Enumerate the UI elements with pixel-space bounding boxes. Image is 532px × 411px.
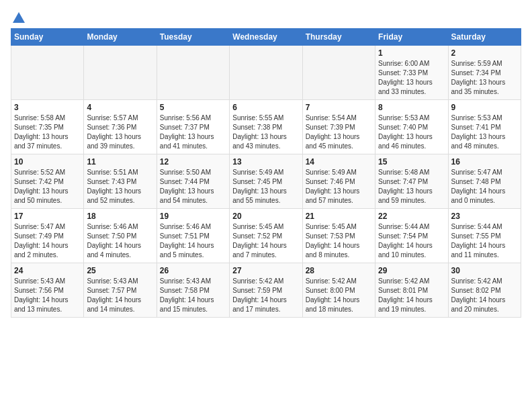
day-cell <box>302 46 375 100</box>
day-info: Sunrise: 5:43 AM Sunset: 7:57 PM Dayligh… <box>87 277 153 314</box>
day-cell: 6Sunrise: 5:55 AM Sunset: 7:38 PM Daylig… <box>230 100 302 154</box>
calendar-header-row: SundayMondayTuesdayWednesdayThursdayFrid… <box>11 29 521 46</box>
day-cell: 29Sunrise: 5:42 AM Sunset: 8:01 PM Dayli… <box>375 263 448 318</box>
day-cell: 12Sunrise: 5:50 AM Sunset: 7:44 PM Dayli… <box>157 154 229 209</box>
day-number: 17 <box>14 212 81 221</box>
day-info: Sunrise: 5:52 AM Sunset: 7:42 PM Dayligh… <box>14 168 81 205</box>
day-info: Sunrise: 5:59 AM Sunset: 7:34 PM Dayligh… <box>451 59 518 97</box>
day-number: 15 <box>378 157 445 167</box>
header-sunday: Sunday <box>11 29 84 46</box>
day-info: Sunrise: 5:46 AM Sunset: 7:51 PM Dayligh… <box>160 222 226 260</box>
day-number: 10 <box>14 157 81 167</box>
day-info: Sunrise: 5:51 AM Sunset: 7:43 PM Dayligh… <box>87 168 153 205</box>
day-info: Sunrise: 5:43 AM Sunset: 7:56 PM Dayligh… <box>14 277 81 314</box>
day-number: 7 <box>306 103 372 112</box>
day-info: Sunrise: 5:54 AM Sunset: 7:39 PM Dayligh… <box>306 113 372 151</box>
day-cell: 3Sunrise: 5:58 AM Sunset: 7:35 PM Daylig… <box>11 100 84 154</box>
day-number: 8 <box>378 103 445 112</box>
day-number: 28 <box>306 266 372 275</box>
day-info: Sunrise: 5:58 AM Sunset: 7:35 PM Dayligh… <box>14 113 81 151</box>
week-row-3: 10Sunrise: 5:52 AM Sunset: 7:42 PM Dayli… <box>11 154 521 209</box>
day-info: Sunrise: 5:53 AM Sunset: 7:40 PM Dayligh… <box>378 113 445 151</box>
logo-icon <box>11 11 26 26</box>
day-cell: 24Sunrise: 5:43 AM Sunset: 7:56 PM Dayli… <box>11 263 84 318</box>
day-info: Sunrise: 5:44 AM Sunset: 7:54 PM Dayligh… <box>378 222 445 260</box>
day-cell: 26Sunrise: 5:43 AM Sunset: 7:58 PM Dayli… <box>157 263 229 318</box>
day-info: Sunrise: 5:57 AM Sunset: 7:36 PM Dayligh… <box>87 113 153 151</box>
day-cell: 25Sunrise: 5:43 AM Sunset: 7:57 PM Dayli… <box>84 263 157 318</box>
day-info: Sunrise: 5:55 AM Sunset: 7:38 PM Dayligh… <box>232 113 299 151</box>
day-number: 1 <box>378 48 445 58</box>
day-number: 27 <box>232 266 299 275</box>
day-cell: 21Sunrise: 5:45 AM Sunset: 7:53 PM Dayli… <box>302 209 375 263</box>
day-info: Sunrise: 5:49 AM Sunset: 7:46 PM Dayligh… <box>306 168 372 205</box>
day-number: 26 <box>160 266 226 275</box>
day-number: 18 <box>87 212 153 221</box>
header <box>11 11 521 23</box>
day-number: 19 <box>160 212 226 221</box>
day-info: Sunrise: 5:48 AM Sunset: 7:47 PM Dayligh… <box>378 168 445 205</box>
day-number: 14 <box>306 157 372 167</box>
header-monday: Monday <box>84 29 157 46</box>
logo <box>11 11 27 23</box>
header-wednesday: Wednesday <box>230 29 302 46</box>
week-row-5: 24Sunrise: 5:43 AM Sunset: 7:56 PM Dayli… <box>11 263 521 318</box>
day-cell: 13Sunrise: 5:49 AM Sunset: 7:45 PM Dayli… <box>230 154 302 209</box>
day-info: Sunrise: 5:47 AM Sunset: 7:49 PM Dayligh… <box>14 222 81 260</box>
day-number: 25 <box>87 266 153 275</box>
day-cell: 23Sunrise: 5:44 AM Sunset: 7:55 PM Dayli… <box>448 209 521 263</box>
day-info: Sunrise: 5:50 AM Sunset: 7:44 PM Dayligh… <box>160 168 226 205</box>
day-cell: 9Sunrise: 5:53 AM Sunset: 7:41 PM Daylig… <box>448 100 521 154</box>
svg-marker-0 <box>13 12 25 23</box>
day-cell: 18Sunrise: 5:46 AM Sunset: 7:50 PM Dayli… <box>84 209 157 263</box>
day-info: Sunrise: 5:56 AM Sunset: 7:37 PM Dayligh… <box>160 113 226 151</box>
day-cell: 19Sunrise: 5:46 AM Sunset: 7:51 PM Dayli… <box>157 209 229 263</box>
day-number: 29 <box>378 266 445 275</box>
day-cell: 1Sunrise: 6:00 AM Sunset: 7:33 PM Daylig… <box>375 46 448 100</box>
day-number: 11 <box>87 157 153 167</box>
day-number: 6 <box>232 103 299 112</box>
day-cell: 4Sunrise: 5:57 AM Sunset: 7:36 PM Daylig… <box>84 100 157 154</box>
day-info: Sunrise: 5:49 AM Sunset: 7:45 PM Dayligh… <box>232 168 299 205</box>
header-saturday: Saturday <box>448 29 521 46</box>
day-number: 21 <box>306 212 372 221</box>
day-number: 23 <box>451 212 518 221</box>
day-cell <box>230 46 302 100</box>
day-info: Sunrise: 5:42 AM Sunset: 8:01 PM Dayligh… <box>378 277 445 314</box>
day-info: Sunrise: 5:45 AM Sunset: 7:52 PM Dayligh… <box>232 222 299 260</box>
day-cell: 28Sunrise: 5:42 AM Sunset: 8:00 PM Dayli… <box>302 263 375 318</box>
day-cell <box>11 46 84 100</box>
day-cell: 14Sunrise: 5:49 AM Sunset: 7:46 PM Dayli… <box>302 154 375 209</box>
day-cell: 27Sunrise: 5:42 AM Sunset: 7:59 PM Dayli… <box>230 263 302 318</box>
day-number: 12 <box>160 157 226 167</box>
day-info: Sunrise: 5:42 AM Sunset: 8:00 PM Dayligh… <box>306 277 372 314</box>
day-info: Sunrise: 5:44 AM Sunset: 7:55 PM Dayligh… <box>451 222 518 260</box>
day-number: 13 <box>232 157 299 167</box>
header-tuesday: Tuesday <box>157 29 229 46</box>
day-cell: 20Sunrise: 5:45 AM Sunset: 7:52 PM Dayli… <box>230 209 302 263</box>
day-cell: 22Sunrise: 5:44 AM Sunset: 7:54 PM Dayli… <box>375 209 448 263</box>
day-number: 9 <box>451 103 518 112</box>
day-number: 3 <box>14 103 81 112</box>
day-number: 20 <box>232 212 299 221</box>
day-cell <box>157 46 229 100</box>
day-cell <box>84 46 157 100</box>
calendar: SundayMondayTuesdayWednesdayThursdayFrid… <box>11 28 521 318</box>
header-thursday: Thursday <box>302 29 375 46</box>
day-number: 30 <box>451 266 518 275</box>
day-cell: 7Sunrise: 5:54 AM Sunset: 7:39 PM Daylig… <box>302 100 375 154</box>
header-friday: Friday <box>375 29 448 46</box>
day-cell: 5Sunrise: 5:56 AM Sunset: 7:37 PM Daylig… <box>157 100 229 154</box>
day-number: 2 <box>451 48 518 58</box>
day-info: Sunrise: 5:45 AM Sunset: 7:53 PM Dayligh… <box>306 222 372 260</box>
day-info: Sunrise: 5:46 AM Sunset: 7:50 PM Dayligh… <box>87 222 153 260</box>
day-cell: 11Sunrise: 5:51 AM Sunset: 7:43 PM Dayli… <box>84 154 157 209</box>
day-info: Sunrise: 5:42 AM Sunset: 8:02 PM Dayligh… <box>451 277 518 314</box>
day-cell: 30Sunrise: 5:42 AM Sunset: 8:02 PM Dayli… <box>448 263 521 318</box>
day-info: Sunrise: 5:47 AM Sunset: 7:48 PM Dayligh… <box>451 168 518 205</box>
day-cell: 16Sunrise: 5:47 AM Sunset: 7:48 PM Dayli… <box>448 154 521 209</box>
day-info: Sunrise: 6:00 AM Sunset: 7:33 PM Dayligh… <box>378 59 445 97</box>
day-info: Sunrise: 5:42 AM Sunset: 7:59 PM Dayligh… <box>232 277 299 314</box>
day-cell: 17Sunrise: 5:47 AM Sunset: 7:49 PM Dayli… <box>11 209 84 263</box>
day-info: Sunrise: 5:53 AM Sunset: 7:41 PM Dayligh… <box>451 113 518 151</box>
